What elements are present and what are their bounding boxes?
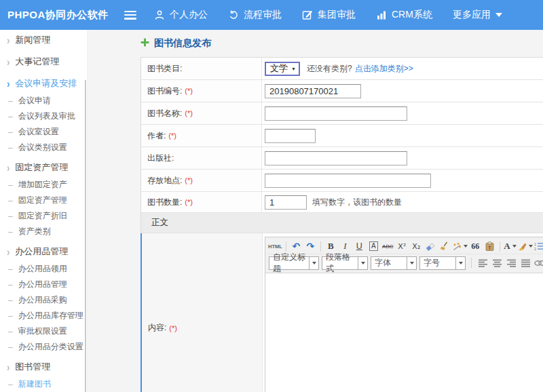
highlight-button[interactable] [518, 240, 533, 252]
align-right-icon [507, 259, 517, 267]
nav-more-apps[interactable]: 更多应用 [453, 9, 502, 21]
blockquote-button[interactable]: 66 [469, 240, 482, 252]
svg-text:2: 2 [534, 247, 536, 251]
author-label: 作者: [147, 130, 166, 142]
undo-button[interactable]: ↶ [290, 240, 303, 252]
sidebar-item-asset-depreciation[interactable]: – 固定资产折旧 [0, 208, 88, 224]
eraser-button[interactable] [424, 240, 437, 252]
sidebar-item-book-management[interactable]: › 图书管理 [0, 357, 88, 376]
sidebar-item-supplies-manage[interactable]: – 办公用品管理 [0, 277, 88, 292]
form-row-book-name: 图书名称: (*) [141, 102, 543, 125]
redo-button[interactable]: ↷ [304, 240, 317, 252]
author-input[interactable] [265, 129, 316, 143]
html-source-button[interactable]: HTML [268, 240, 282, 252]
nav-crm-system[interactable]: CRM系统 [376, 9, 432, 21]
nav-process-approval[interactable]: 流程审批 [228, 9, 282, 21]
location-label: 存放地点: [147, 175, 182, 187]
sidebar-item-asset-add[interactable]: – 增加固定资产 [0, 177, 88, 193]
heading-select[interactable]: 自定义标题 [269, 256, 319, 270]
sidebar-item-meeting-list[interactable]: – 会议列表及审批 [0, 109, 88, 124]
font-color-a-icon: A [504, 241, 510, 252]
editor-content-area[interactable] [265, 273, 543, 392]
font-family-select[interactable]: 字体 [371, 256, 417, 270]
boxed-a-icon: A [369, 241, 378, 251]
font-size-select[interactable]: 字号 [419, 256, 466, 270]
add-category-link[interactable]: 点击添加类别>> [355, 63, 413, 75]
paragraph-format-select[interactable]: 段落格式 [322, 256, 368, 270]
subscript-button[interactable]: X₂ [410, 240, 423, 252]
body-section-header: 正文 [141, 213, 543, 233]
sidebar-item-supplies-claim[interactable]: – 办公用品领用 [0, 261, 88, 277]
italic-button[interactable]: I [339, 240, 352, 252]
dash-icon: – [8, 143, 13, 153]
marker-pen-icon [518, 242, 527, 251]
align-justify-button[interactable] [519, 257, 532, 269]
book-name-input[interactable] [265, 106, 407, 121]
format-brush-icon [453, 242, 462, 251]
sidebar-item-approval-permission[interactable]: – 审批权限设置 [0, 324, 88, 339]
align-center-icon [493, 259, 502, 267]
caret-down-icon: ▼ [291, 66, 296, 71]
eraser-icon [426, 241, 436, 251]
sidebar-item-book-new[interactable]: – 新建图书 [0, 376, 88, 392]
underline-button[interactable]: U [353, 240, 366, 252]
caret-down-icon [459, 262, 463, 264]
form-row-publisher: 出版社: [141, 147, 543, 170]
dash-icon: – [8, 227, 13, 237]
chevron-right-icon: › [7, 56, 10, 68]
dash-icon: – [8, 128, 13, 137]
sidebar-item-asset-category[interactable]: – 资产类别 [0, 224, 88, 239]
sidebar-scrollbar[interactable] [85, 80, 86, 392]
location-input[interactable] [265, 174, 431, 188]
required-marker: (*) [185, 87, 193, 95]
align-left-button[interactable] [476, 257, 489, 269]
top-navigation: 个人办公 流程审批 集团审批 CRM系统 更多应用 [154, 9, 523, 21]
sidebar-item-meeting-category[interactable]: – 会议类别设置 [0, 140, 88, 155]
align-center-button[interactable] [491, 257, 504, 269]
book-name-label: 图书名称: [147, 108, 182, 119]
ordered-list-icon: 12 [534, 242, 543, 250]
editor-toolbar-row1: HTML ↶ ↷ B I U A ABC X² [267, 239, 543, 254]
sidebar-item-supplies-classification[interactable]: – 办公用品分类设置 [0, 339, 88, 355]
nav-group-approval[interactable]: 集团审批 [302, 9, 356, 21]
dash-icon: – [8, 264, 13, 274]
caret-down-icon [512, 245, 517, 248]
book-no-label: 图书编号: [147, 85, 182, 97]
app-logo: PHPOA协同办公软件 [0, 9, 115, 22]
font-border-button[interactable]: A [367, 240, 380, 252]
publisher-input[interactable] [265, 151, 407, 165]
sidebar-item-news-management[interactable]: › 新闻管理 [0, 31, 88, 50]
paste-text-button[interactable]: T [483, 240, 496, 252]
form-row-location: 存放地点: (*) [141, 170, 543, 192]
sidebar-item-memorabilia-management[interactable]: › 大事记管理 [0, 52, 88, 71]
font-color-button[interactable]: A [504, 240, 517, 252]
sidebar: › 新闻管理 › 大事记管理 › 会议申请及安排 – 会议申请 – 会议列表及审… [0, 30, 88, 392]
chevron-right-icon: › [7, 246, 10, 258]
format-brush-button[interactable] [453, 240, 468, 252]
sidebar-item-asset-manage[interactable]: – 固定资产管理 [0, 193, 88, 208]
book-form: 图书类目: 文学 ▼ 还没有类别? 点击添加类别>> 图书编号: (*) [141, 57, 543, 392]
link-button[interactable] [533, 257, 543, 269]
sidebar-item-meeting-apply[interactable]: – 会议申请 [0, 93, 88, 109]
hamburger-menu-icon[interactable] [124, 11, 136, 20]
clear-format-button[interactable] [438, 240, 451, 252]
strikethrough-button[interactable]: ABC [381, 240, 394, 252]
sidebar-item-supplies-purchase[interactable]: – 办公用品采购 [0, 292, 88, 308]
align-right-button[interactable] [505, 257, 518, 269]
quantity-input[interactable] [265, 195, 307, 210]
sidebar-item-asset-management[interactable]: › 固定资产管理 [0, 158, 88, 177]
superscript-button[interactable]: X² [396, 240, 409, 252]
book-no-input[interactable] [265, 84, 361, 98]
sidebar-item-supplies-management[interactable]: › 办公用品管理 [0, 242, 88, 261]
editor-toolbar-row2: 自定义标题 段落格式 字体 [267, 254, 543, 271]
dash-icon: – [8, 196, 13, 205]
nav-personal-office[interactable]: 个人办公 [154, 9, 208, 21]
sidebar-item-meeting-management[interactable]: › 会议申请及安排 [0, 74, 88, 93]
ordered-list-button[interactable]: 12 [534, 240, 543, 252]
category-select-value: 文学 [270, 62, 288, 75]
caret-down-icon [464, 245, 468, 248]
sidebar-item-supplies-inventory[interactable]: – 办公用品库存管理 [0, 308, 88, 324]
sidebar-item-meeting-room[interactable]: – 会议室设置 [0, 124, 88, 140]
bold-button[interactable]: B [324, 240, 337, 252]
category-select[interactable]: 文学 ▼ [265, 62, 300, 76]
